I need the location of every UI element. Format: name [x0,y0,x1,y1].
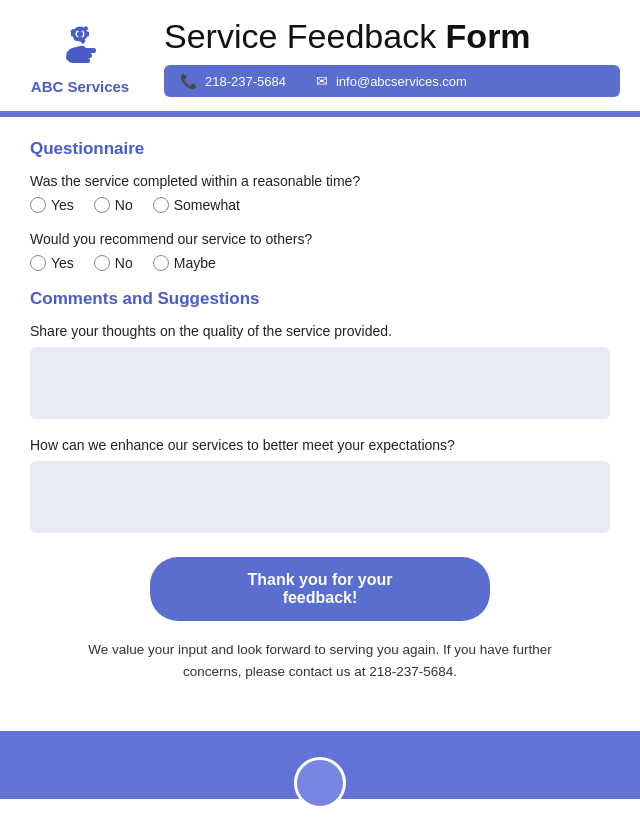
radio-circle [94,255,110,271]
q1-option-yes[interactable]: Yes [30,197,74,213]
comment-q2-text: How can we enhance our services to bette… [30,437,610,453]
logo-area: ABC Services [20,20,140,95]
radio-circle [153,255,169,271]
footer-message: We value your input and look forward to … [60,639,580,682]
header-right: Service Feedback Form 📞 218-237-5684 ✉ i… [164,18,620,97]
header: ABC Services Service Feedback Form 📞 218… [0,0,640,97]
questionnaire-section: Questionnaire Was the service completed … [30,139,610,271]
radio-circle [30,255,46,271]
radio-circle [153,197,169,213]
comment-q2-input[interactable] [30,461,610,533]
q2-option-maybe[interactable]: Maybe [153,255,216,271]
comments-title: Comments and Suggestions [30,289,610,309]
submit-button[interactable]: Thank you for your feedback! [150,557,490,621]
gear-hand-icon [52,20,108,74]
contact-bar: 📞 218-237-5684 ✉ info@abcservices.com [164,65,620,97]
question-1-text: Was the service completed within a reaso… [30,173,610,189]
phone-icon: 📞 [180,73,197,89]
submit-area: Thank you for your feedback! We value yo… [30,557,610,692]
svg-point-1 [77,31,83,37]
svg-rect-5 [85,32,89,37]
footer [0,731,640,799]
radio-circle [94,197,110,213]
q1-option-somewhat[interactable]: Somewhat [153,197,240,213]
comment-q1-text: Share your thoughts on the quality of th… [30,323,610,339]
questionnaire-title: Questionnaire [30,139,610,159]
footer-circle [294,757,346,809]
q2-option-no[interactable]: No [94,255,133,271]
main-content: Questionnaire Was the service completed … [0,117,640,712]
email-icon: ✉ [316,73,328,89]
svg-rect-2 [78,27,83,31]
phone-contact: 📞 218-237-5684 [180,73,286,89]
comment-q1-input[interactable] [30,347,610,419]
q1-option-no[interactable]: No [94,197,133,213]
form-title: Service Feedback Form [164,18,620,55]
q2-option-yes[interactable]: Yes [30,255,74,271]
comments-section: Comments and Suggestions Share your thou… [30,289,610,533]
question-1-options: Yes No Somewhat [30,197,610,213]
question-2-text: Would you recommend our service to other… [30,231,610,247]
company-name: ABC Services [31,78,129,95]
question-2-options: Yes No Maybe [30,255,610,271]
radio-circle [30,197,46,213]
email-contact: ✉ info@abcservices.com [316,73,467,89]
